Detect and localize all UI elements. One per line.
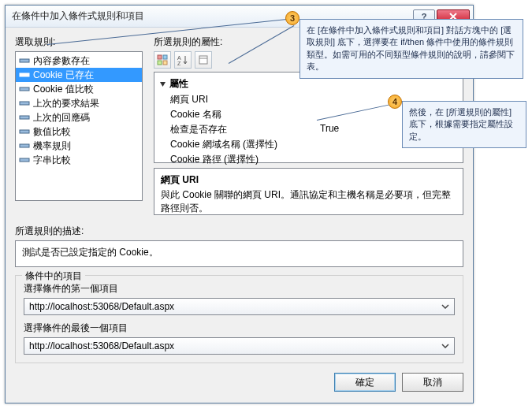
rule-item[interactable]: 上次的要求結果	[16, 96, 142, 110]
rule-description-text: 測試是否已設定指定的 Cookie。	[22, 247, 158, 258]
ok-button-label: 確定	[355, 376, 374, 389]
rule-icon	[19, 126, 30, 137]
items-group: 條件中的項目 選擇條件的第一個項目 http://localhost:53068…	[15, 275, 463, 363]
property-name: 網頁 URI	[170, 93, 320, 106]
first-item-combo[interactable]: http://localhost:53068/Default.aspx	[24, 298, 455, 315]
svg-rect-4	[20, 116, 29, 119]
rule-item[interactable]: 內容參數存在	[16, 54, 142, 68]
select-rule-label: 選取規則:	[15, 35, 143, 49]
rule-description-section: 所選規則的描述: 測試是否已設定指定的 Cookie。	[15, 225, 463, 267]
first-item-value: http://localhost:53068/Default.aspx	[29, 301, 174, 312]
callout-4: 然後，在 [所選規則的屬性] 底下，根據需要指定屬性設定。	[402, 101, 526, 148]
rule-description-box: 測試是否已設定指定的 Cookie。	[15, 240, 463, 267]
rule-icon	[19, 112, 30, 123]
rule-icon	[19, 55, 30, 66]
svg-rect-9	[163, 55, 167, 59]
rule-icon	[19, 69, 30, 80]
cancel-button-label: 取消	[423, 376, 442, 389]
svg-rect-3	[20, 102, 29, 105]
svg-rect-7	[20, 158, 29, 162]
dialog-buttons: 確定 取消	[15, 373, 463, 392]
rule-item[interactable]: 上次的回應碼	[16, 110, 142, 125]
rule-list-column: 選取規則: 內容參數存在 Cookie 已存在 Cookie 值比較	[15, 35, 143, 215]
rule-item-label: 上次的回應碼	[33, 111, 90, 125]
svg-rect-0	[20, 59, 29, 62]
categorize-button[interactable]	[154, 51, 171, 69]
property-description-panel: 網頁 URI 與此 Cookie 關聯的網頁 URI。通訊協定和主機名稱是必要項…	[154, 168, 463, 215]
property-value[interactable]	[320, 153, 463, 166]
svg-rect-1	[20, 73, 29, 76]
callout-marker-3: 3	[285, 11, 299, 25]
callout-3: 在 [在條件中加入條件式規則和項目] 對話方塊中的 [選取規則] 底下，選擇要在…	[299, 19, 523, 79]
rule-item[interactable]: 機率規則	[16, 139, 142, 153]
property-name: Cookie 網域名稱 (選擇性)	[170, 138, 320, 151]
dialog-body: 選取規則: 內容參數存在 Cookie 已存在 Cookie 值比較	[6, 28, 473, 398]
last-item-label: 選擇條件的最後一個項目	[24, 322, 455, 335]
property-description-title: 網頁 URI	[161, 173, 456, 187]
rule-list[interactable]: 內容參數存在 Cookie 已存在 Cookie 值比較 上次的要求結果	[15, 51, 143, 201]
collapse-icon	[159, 80, 166, 87]
rule-item[interactable]: Cookie 已存在	[16, 68, 142, 82]
property-name: Cookie 名稱	[170, 108, 320, 121]
rule-item-label: 機率規則	[33, 139, 71, 153]
property-name: Cookie 路徑 (選擇性)	[170, 153, 320, 166]
rule-description-label: 所選規則的描述:	[15, 225, 463, 238]
cancel-button[interactable]: 取消	[402, 373, 463, 392]
property-name: 檢查是否存在	[170, 123, 320, 136]
rule-item[interactable]: 字串比較	[16, 153, 142, 167]
last-item-combo[interactable]: http://localhost:53068/Default.aspx	[24, 337, 455, 355]
sort-az-button[interactable]: AZ	[174, 51, 192, 69]
rule-item-label: Cookie 已存在	[33, 69, 94, 82]
rule-item[interactable]: 數值比較	[16, 125, 142, 139]
rule-item[interactable]: Cookie 值比較	[16, 82, 142, 96]
svg-rect-2	[20, 87, 29, 91]
svg-rect-8	[158, 55, 162, 59]
svg-rect-5	[20, 130, 29, 133]
categorize-icon	[157, 54, 168, 65]
callout-4-text: 然後，在 [所選規則的屬性] 底下，根據需要指定屬性設定。	[409, 107, 513, 141]
rule-icon	[19, 98, 30, 109]
rule-icon	[19, 84, 30, 95]
svg-rect-6	[20, 144, 29, 147]
rule-icon	[19, 140, 30, 151]
rule-icon	[19, 154, 30, 165]
rule-item-label: 上次的要求結果	[33, 97, 99, 110]
rule-item-label: 內容參數存在	[33, 54, 90, 68]
rule-item-label: 數值比較	[33, 125, 71, 139]
sort-az-icon: AZ	[177, 54, 188, 65]
callout-marker-3-number: 3	[290, 13, 295, 23]
last-item-value: http://localhost:53068/Default.aspx	[29, 340, 174, 351]
svg-rect-10	[158, 61, 162, 65]
property-pages-button[interactable]	[195, 51, 212, 69]
items-group-title: 條件中的項目	[22, 270, 85, 283]
svg-text:A: A	[177, 55, 181, 61]
callout-3-text: 在 [在條件中加入條件式規則和項目] 對話方塊中的 [選取規則] 底下，選擇要在…	[307, 25, 515, 71]
svg-rect-11	[163, 61, 167, 65]
rule-item-label: Cookie 值比較	[33, 83, 94, 96]
rule-item-label: 字串比較	[33, 154, 71, 167]
chevron-down-icon	[439, 340, 452, 352]
first-item-label: 選擇條件的第一個項目	[24, 282, 455, 296]
property-description-body: 與此 Cookie 關聯的網頁 URI。通訊協定和主機名稱是必要項，但完整路徑則…	[161, 188, 456, 215]
svg-text:Z: Z	[177, 61, 181, 65]
svg-rect-14	[199, 56, 207, 64]
property-row[interactable]: Cookie 路徑 (選擇性)	[154, 152, 463, 167]
callout-marker-4-number: 4	[392, 97, 397, 106]
property-section-label: 屬性	[169, 77, 188, 91]
ok-button[interactable]: 確定	[334, 373, 396, 392]
callout-marker-4: 4	[388, 95, 402, 109]
chevron-down-icon	[439, 300, 452, 313]
property-pages-icon	[198, 54, 209, 65]
